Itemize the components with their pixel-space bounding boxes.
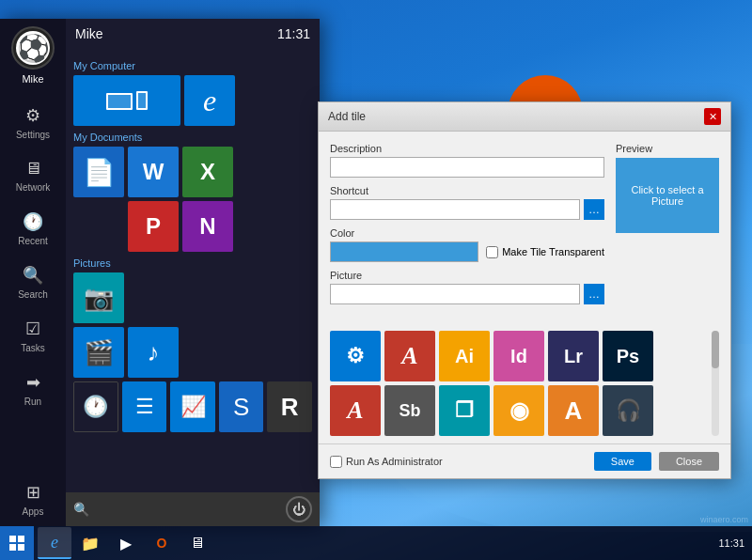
desktop: Mike ⚙ Settings 🖥 Network 🕐 Recent 🔍 Sea… xyxy=(0,0,752,560)
picture-browse-button[interactable]: … xyxy=(584,284,604,304)
heartbeat-icon: 📈 xyxy=(180,395,206,419)
user-avatar[interactable] xyxy=(11,26,55,70)
tile-camera[interactable]: 📷 xyxy=(73,272,124,323)
sidebar-item-recent[interactable]: 🕐 Recent xyxy=(0,202,66,256)
preview-box[interactable]: Click to select a Picture xyxy=(616,158,719,233)
taskbar-outlook[interactable]: O xyxy=(145,527,179,559)
recent-icon: 🕐 xyxy=(23,211,43,232)
app-acrobat[interactable]: A xyxy=(384,331,435,381)
picture-input[interactable] xyxy=(330,284,580,304)
tile-clock[interactable]: 🕐 xyxy=(73,381,118,432)
tiles-row-5: 🎬 ♪ xyxy=(73,327,312,378)
tile-word[interactable]: W xyxy=(128,147,179,197)
illustrator-icon: Ai xyxy=(455,346,474,367)
tile-excel[interactable]: X xyxy=(182,147,233,197)
taskbar-wmplayer[interactable]: 🖥 xyxy=(180,527,214,559)
color-select[interactable] xyxy=(330,241,478,262)
sidebar-item-apps[interactable]: ⊞ Apps xyxy=(0,473,66,526)
speedgrade-icon: Sb xyxy=(399,401,420,421)
apps-label: Apps xyxy=(23,506,44,517)
app-headphones[interactable]: 🎧 xyxy=(603,385,653,436)
tile-onenote[interactable]: N xyxy=(182,201,233,252)
ppt-icon: P xyxy=(146,213,161,240)
lightroom-icon: Lr xyxy=(564,346,583,367)
start-button[interactable] xyxy=(0,526,34,560)
sidebar-item-settings[interactable]: ⚙ Settings xyxy=(0,96,66,149)
r-icon: R xyxy=(281,393,299,422)
shortcut-input[interactable] xyxy=(330,199,580,220)
app-acrobat2[interactable]: A xyxy=(330,385,381,436)
photoshop-icon: Ps xyxy=(617,346,639,367)
start-menu: Mike ⚙ Settings 🖥 Network 🕐 Recent 🔍 Sea… xyxy=(0,19,320,526)
acrobat2-icon: A xyxy=(347,397,363,425)
app-settings[interactable]: ⚙ xyxy=(330,331,381,381)
close-button[interactable]: Close xyxy=(659,452,719,471)
skype-icon: S xyxy=(233,393,249,422)
save-button[interactable]: Save xyxy=(594,452,651,471)
sidebar-item-search[interactable]: 🔍 Search xyxy=(0,256,66,309)
tile-documents[interactable]: 📄 xyxy=(73,147,124,197)
browse-button[interactable]: … xyxy=(584,199,604,220)
app-creative-cloud[interactable]: A xyxy=(548,385,599,436)
transparent-checkbox[interactable] xyxy=(486,246,498,258)
dialog-body: Description Shortcut … Color xyxy=(319,132,730,323)
picture-label: Picture xyxy=(330,270,604,281)
color-row: Make Tile Transparent xyxy=(330,241,604,262)
apps-row-1: ⚙ A Ai Id Lr Ps xyxy=(330,331,719,381)
tile-ie[interactable]: e xyxy=(184,75,235,126)
tile-music[interactable]: ♪ xyxy=(128,327,179,378)
run-icon: ➡ xyxy=(26,372,40,393)
taskbar-wmp-icon: 🖥 xyxy=(190,535,205,552)
ie-icon: e xyxy=(203,84,216,118)
preview-label: Preview xyxy=(616,143,719,154)
section-my-computer: My Computer xyxy=(73,60,312,71)
tasks-icon: ☑ xyxy=(25,319,40,339)
dialog-titlebar: Add tile ✕ xyxy=(319,102,730,132)
app-speedgrade[interactable]: Sb xyxy=(384,385,435,436)
run-admin-group: Run As Administrator xyxy=(330,456,443,468)
description-input[interactable] xyxy=(330,157,604,178)
app-indesign[interactable]: Id xyxy=(494,331,544,381)
section-pictures: Pictures xyxy=(73,257,312,269)
settings-icon: ⚙ xyxy=(25,105,40,126)
tile-video[interactable]: 🎬 xyxy=(73,327,124,378)
taskbar-ie[interactable]: e xyxy=(38,527,71,559)
recent-label: Recent xyxy=(18,236,48,246)
footer-buttons: Save Close xyxy=(594,452,719,471)
app-files[interactable]: ❐ xyxy=(439,385,490,436)
dialog-close-button[interactable]: ✕ xyxy=(704,108,721,125)
settings-label: Settings xyxy=(16,130,50,140)
sidebar-item-network[interactable]: 🖥 Network xyxy=(0,149,66,202)
tile-skype[interactable]: S xyxy=(219,381,264,432)
app-lightroom[interactable]: Lr xyxy=(548,331,599,381)
taskbar-explorer-icon: 📁 xyxy=(81,535,100,552)
music-icon: ♪ xyxy=(148,338,160,367)
app-photoshop[interactable]: Ps xyxy=(603,331,653,381)
tile-my-computer[interactable] xyxy=(73,75,180,126)
dialog-footer: Run As Administrator Save Close xyxy=(319,443,730,478)
excel-icon: X xyxy=(200,159,215,185)
apps-scrollbar[interactable] xyxy=(712,331,719,436)
tile-r[interactable]: R xyxy=(267,381,312,432)
app-illustrator[interactable]: Ai xyxy=(439,331,490,381)
sidebar-item-run[interactable]: ➡ Run xyxy=(0,363,66,416)
avatar-image xyxy=(16,31,50,65)
shortcut-group: Shortcut … xyxy=(330,185,604,220)
power-button[interactable]: ⏻ xyxy=(286,496,312,522)
network-icon: 🖥 xyxy=(24,159,41,179)
camera-icon: 📷 xyxy=(84,284,114,313)
tile-list[interactable]: ☰ xyxy=(122,381,167,432)
dialog-form: Description Shortcut … Color xyxy=(330,143,604,312)
tile-heartbeat[interactable]: 📈 xyxy=(170,381,215,432)
apps-grid: ⚙ A Ai Id Lr Ps xyxy=(319,323,730,443)
app-media-enc[interactable]: ◉ xyxy=(494,385,544,436)
taskbar-explorer[interactable]: 📁 xyxy=(73,527,107,559)
tile-powerpoint[interactable]: P xyxy=(128,201,179,252)
run-label: Run xyxy=(24,397,41,407)
tasks-label: Tasks xyxy=(21,343,45,353)
taskbar-mediaplayer[interactable]: ▶ xyxy=(109,527,143,559)
run-admin-label: Run As Administrator xyxy=(346,456,443,467)
run-admin-checkbox[interactable] xyxy=(330,456,342,468)
search-input[interactable] xyxy=(95,503,280,516)
sidebar-item-tasks[interactable]: ☑ Tasks xyxy=(0,309,66,363)
